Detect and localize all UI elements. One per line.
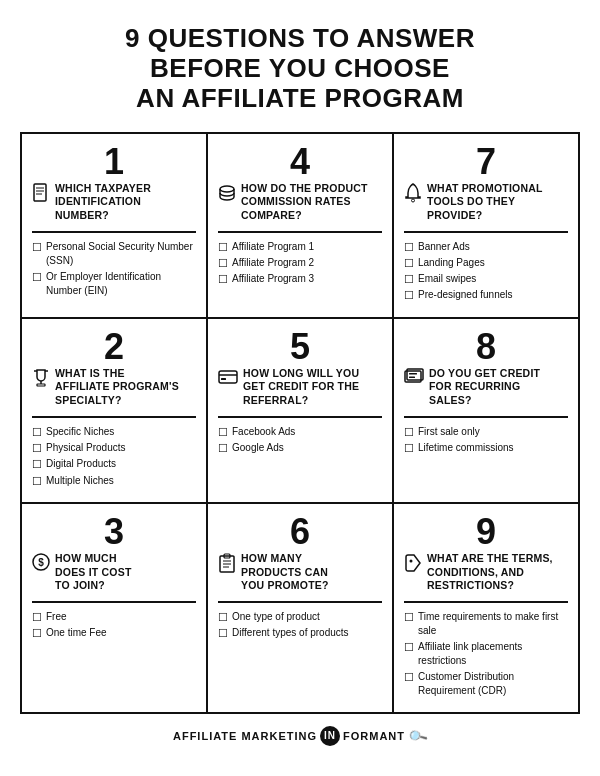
checklist-item-5-2: Google Ads — [218, 441, 382, 455]
checklist-item-9-3: Customer Distribution Requirement (CDR) — [404, 670, 568, 698]
cell-title-1: WHICH TAXPAYER IDENTIFICATION NUMBER? — [55, 182, 151, 223]
checklist-item-2-1: Affiliate Program 1 — [218, 240, 382, 254]
cell-2: 4HOW DO THE PRODUCT COMMISSION RATES COM… — [208, 134, 394, 319]
cell-header-9: WHAT ARE THE TERMS, CONDITIONS, AND REST… — [404, 552, 568, 593]
cell-icon-8 — [218, 553, 236, 578]
cell-number-2: 4 — [218, 144, 382, 180]
cell-9: 9WHAT ARE THE TERMS, CONDITIONS, AND RES… — [394, 504, 580, 714]
svg-rect-8 — [219, 371, 237, 383]
cell-divider-3 — [404, 231, 568, 233]
checklist-item-9-1: Time requirements to make first sale — [404, 610, 568, 638]
cell-number-1: 1 — [32, 144, 196, 180]
cell-number-3: 7 — [404, 144, 568, 180]
checklist-item-6-2: Lifetime commissions — [404, 441, 568, 455]
checklist-item-4-1: Specific Niches — [32, 425, 196, 439]
checklist-9: Time requirements to make first saleAffi… — [404, 610, 568, 698]
checklist-1: Personal Social Security Number (SSN)Or … — [32, 240, 196, 298]
checklist-item-3-2: Landing Pages — [404, 256, 568, 270]
cell-header-2: HOW DO THE PRODUCT COMMISSION RATES COMP… — [218, 182, 382, 223]
cell-header-7: $HOW MUCH DOES IT COST TO JOIN? — [32, 552, 196, 593]
svg-rect-7 — [37, 384, 45, 386]
cell-8: 6HOW MANY PRODUCTS CAN YOU PROMOTE?One t… — [208, 504, 394, 714]
cell-divider-1 — [32, 231, 196, 233]
cell-icon-6 — [404, 368, 424, 389]
cell-title-8: HOW MANY PRODUCTS CAN YOU PROMOTE? — [241, 552, 329, 593]
checklist-item-9-2: Affiliate link placements restrictions — [404, 640, 568, 668]
checklist-item-4-3: Digital Products — [32, 457, 196, 471]
cell-number-6: 8 — [404, 329, 568, 365]
svg-text:$: $ — [38, 557, 44, 568]
cell-icon-7: $ — [32, 553, 50, 576]
checklist-2: Affiliate Program 1Affiliate Program 2Af… — [218, 240, 382, 287]
cell-title-2: HOW DO THE PRODUCT COMMISSION RATES COMP… — [241, 182, 368, 223]
cell-header-1: WHICH TAXPAYER IDENTIFICATION NUMBER? — [32, 182, 196, 223]
page: 9 QUESTIONS TO ANSWER BEFORE YOU CHOOSE … — [0, 0, 600, 776]
cell-5: 5HOW LONG WILL YOU GET CREDIT FOR THE RE… — [208, 319, 394, 504]
checklist-item-4-2: Physical Products — [32, 441, 196, 455]
svg-rect-0 — [34, 184, 46, 201]
cell-4: 2WHAT IS THE AFFILIATE PROGRAM'S SPECIAL… — [22, 319, 208, 504]
cell-icon-1 — [32, 183, 50, 208]
cell-title-6: DO YOU GET CREDIT FOR RECURRING SALES? — [429, 367, 540, 408]
cell-title-5: HOW LONG WILL YOU GET CREDIT FOR THE REF… — [243, 367, 359, 408]
cell-title-9: WHAT ARE THE TERMS, CONDITIONS, AND REST… — [427, 552, 553, 593]
checklist-5: Facebook AdsGoogle Ads — [218, 425, 382, 456]
checklist-item-6-1: First sale only — [404, 425, 568, 439]
checklist-6: First sale onlyLifetime commissions — [404, 425, 568, 456]
checklist-4: Specific NichesPhysical ProductsDigital … — [32, 425, 196, 488]
cell-divider-6 — [404, 416, 568, 418]
cell-divider-2 — [218, 231, 382, 233]
cell-number-7: 3 — [32, 514, 196, 550]
cell-6: 8DO YOU GET CREDIT FOR RECURRING SALES?F… — [394, 319, 580, 504]
footer: AFFILIATE MARKETING IN FORMANT 🔍 — [173, 726, 427, 746]
cell-number-9: 9 — [404, 514, 568, 550]
checklist-item-7-1: Free — [32, 610, 196, 624]
cell-number-8: 6 — [218, 514, 382, 550]
cell-divider-9 — [404, 601, 568, 603]
cell-header-8: HOW MANY PRODUCTS CAN YOU PROMOTE? — [218, 552, 382, 593]
svg-point-5 — [412, 199, 415, 202]
cell-7: 3$HOW MUCH DOES IT COST TO JOIN?FreeOne … — [22, 504, 208, 714]
cell-divider-8 — [218, 601, 382, 603]
cell-1: 1WHICH TAXPAYER IDENTIFICATION NUMBER?Pe… — [22, 134, 208, 319]
cell-3: 7WHAT PROMOTIONAL TOOLS DO THEY PROVIDE?… — [394, 134, 580, 319]
checklist-item-3-3: Email swipes — [404, 272, 568, 286]
checklist-item-8-1: One type of product — [218, 610, 382, 624]
cell-header-4: WHAT IS THE AFFILIATE PROGRAM'S SPECIALT… — [32, 367, 196, 408]
svg-point-4 — [220, 186, 234, 192]
checklist-8: One type of productDifferent types of pr… — [218, 610, 382, 641]
checklist-item-3-1: Banner Ads — [404, 240, 568, 254]
svg-rect-13 — [409, 373, 417, 375]
svg-point-22 — [410, 559, 413, 562]
cell-divider-4 — [32, 416, 196, 418]
footer-logo-text: IN — [324, 730, 336, 741]
footer-text-left: AFFILIATE MARKETING — [173, 730, 317, 742]
checklist-item-4-4: Multiple Niches — [32, 474, 196, 488]
cell-title-3: WHAT PROMOTIONAL TOOLS DO THEY PROVIDE? — [427, 182, 543, 223]
cell-title-7: HOW MUCH DOES IT COST TO JOIN? — [55, 552, 132, 593]
cell-icon-2 — [218, 183, 236, 206]
cell-icon-4 — [32, 368, 50, 393]
checklist-item-2-3: Affiliate Program 3 — [218, 272, 382, 286]
checklist-item-1-2: Or Employer Identification Number (EIN) — [32, 270, 196, 298]
svg-rect-10 — [221, 378, 226, 380]
svg-rect-14 — [409, 376, 415, 378]
cell-number-5: 5 — [218, 329, 382, 365]
cell-header-3: WHAT PROMOTIONAL TOOLS DO THEY PROVIDE? — [404, 182, 568, 223]
cell-number-4: 2 — [32, 329, 196, 365]
checklist-item-5-1: Facebook Ads — [218, 425, 382, 439]
footer-text-right: FORMANT — [343, 730, 405, 742]
cell-icon-5 — [218, 368, 238, 389]
cell-title-4: WHAT IS THE AFFILIATE PROGRAM'S SPECIALT… — [55, 367, 179, 408]
cell-icon-9 — [404, 553, 422, 578]
magnify-icon: 🔍 — [407, 725, 429, 746]
cell-divider-5 — [218, 416, 382, 418]
cell-header-6: DO YOU GET CREDIT FOR RECURRING SALES? — [404, 367, 568, 408]
checklist-item-1-1: Personal Social Security Number (SSN) — [32, 240, 196, 268]
checklist-3: Banner AdsLanding PagesEmail swipesPre-d… — [404, 240, 568, 303]
checklist-7: FreeOne time Fee — [32, 610, 196, 641]
checklist-item-7-2: One time Fee — [32, 626, 196, 640]
cell-divider-7 — [32, 601, 196, 603]
checklist-item-2-2: Affiliate Program 2 — [218, 256, 382, 270]
footer-logo: IN — [320, 726, 340, 746]
